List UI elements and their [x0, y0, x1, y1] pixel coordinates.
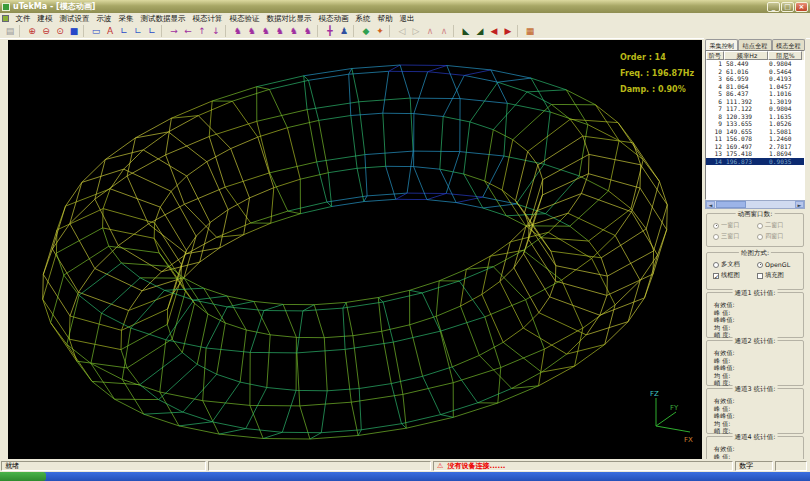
app-icon: [2, 3, 10, 11]
exit-anim-icon[interactable]: ▦: [524, 25, 537, 38]
move-model-icon[interactable]: ╋: [324, 25, 337, 38]
surface-plot-icon[interactable]: ∟: [146, 25, 159, 38]
anim-window-option[interactable]: 二窗口: [757, 221, 801, 230]
anim-window-option[interactable]: 三窗口: [713, 232, 757, 241]
anim-mode-5-icon[interactable]: ♞: [288, 25, 301, 38]
node-plot-icon[interactable]: ∟: [118, 25, 131, 38]
menu-item-8[interactable]: 模态验证: [226, 14, 263, 24]
mode-table-body: 158.4490.9804261.0160.5464366.9590.41934…: [706, 60, 804, 165]
mode-table-header-row: 阶号频率Hz阻尼%: [706, 51, 804, 60]
close-button[interactable]: ×: [795, 2, 808, 12]
mode-table-row[interactable]: 12169.4972.7817: [706, 143, 804, 151]
scroll-left-icon[interactable]: ◄: [706, 201, 715, 208]
menu-item-11[interactable]: 系统: [352, 14, 374, 24]
mode-table-row[interactable]: 6111.3921.3019: [706, 98, 804, 106]
radio-icon: [713, 223, 719, 229]
window-title: uTekMa - [模态动画]: [13, 1, 95, 12]
draw-style-option[interactable]: ✓线框图: [713, 271, 757, 280]
anim-window-option[interactable]: 四窗口: [757, 232, 801, 241]
anim-mode-3-icon[interactable]: ♞: [260, 25, 273, 38]
pick-node-icon[interactable]: ♟: [338, 25, 351, 38]
tab-3[interactable]: 模态全程: [772, 39, 805, 50]
pan-down-icon[interactable]: ↓: [210, 25, 223, 38]
anim-mode-6-icon[interactable]: ♞: [302, 25, 315, 38]
mode-table-hscrollbar[interactable]: ◄ ►: [705, 200, 805, 209]
stat-label: 均 值:: [709, 372, 801, 380]
toolbar-separator: [453, 25, 457, 37]
menu-item-10[interactable]: 模态动画: [315, 14, 352, 24]
anim-window-option[interactable]: 一窗口: [713, 221, 757, 230]
scrollbar-thumb[interactable]: [716, 201, 746, 208]
zoom-out-icon[interactable]: ⊖: [40, 25, 53, 38]
mode-table-row[interactable]: 7117.1220.9804: [706, 105, 804, 113]
flip-up-icon[interactable]: ∧: [424, 25, 437, 38]
step-back-icon[interactable]: ◣: [460, 25, 473, 38]
mode-table-row[interactable]: 11156.0781.2460: [706, 135, 804, 143]
mode-table-row[interactable]: 9133.6551.0526: [706, 120, 804, 128]
compass-icon[interactable]: ✦: [374, 25, 387, 38]
anim-mode-4-icon[interactable]: ♞: [274, 25, 287, 38]
mode-table-row[interactable]: 261.0160.5464: [706, 68, 804, 76]
control-panel: 采集控制结点全程模态全程 阶号频率Hz阻尼% 158.4490.9804261.…: [704, 38, 806, 459]
scroll-right-icon[interactable]: ►: [795, 201, 804, 208]
menu-item-4[interactable]: 示波: [93, 14, 115, 24]
mode-table-row[interactable]: 158.4490.9804: [706, 60, 804, 68]
mode-table-row[interactable]: 586.4371.1016: [706, 90, 804, 98]
mode-table[interactable]: 阶号频率Hz阻尼% 158.4490.9804261.0160.5464366.…: [705, 50, 805, 200]
title-bar: uTekMa - [模态动画] _□×: [0, 0, 810, 13]
checkbox-icon: [757, 273, 763, 279]
menu-item-12[interactable]: 帮助: [374, 14, 396, 24]
menu-item-6[interactable]: 测试数据显示: [137, 14, 189, 24]
toolbar-separator: [389, 25, 393, 37]
stat-label: 有效值:: [709, 397, 801, 405]
scrollbar-track[interactable]: [746, 201, 795, 208]
tab-2[interactable]: 结点全程: [738, 39, 771, 50]
pan-left-icon[interactable]: ←: [182, 25, 195, 38]
pan-right-icon[interactable]: →: [168, 25, 181, 38]
menu-item-7[interactable]: 模态计算: [189, 14, 226, 24]
play-forward-icon[interactable]: ▶: [502, 25, 515, 38]
step-forward-icon[interactable]: ◢: [474, 25, 487, 38]
minimize-button[interactable]: _: [767, 2, 780, 12]
mode-table-row[interactable]: 13175.4181.8694: [706, 150, 804, 158]
mode-table-row[interactable]: 8120.3391.1635: [706, 113, 804, 121]
draw-mode-option[interactable]: 多文档: [713, 260, 757, 269]
play-back-icon[interactable]: ◀: [488, 25, 501, 38]
menu-item-3[interactable]: 测试设置: [56, 14, 93, 24]
start-button-fragment[interactable]: [0, 472, 46, 481]
pan-up-icon[interactable]: ↑: [196, 25, 209, 38]
zoom-in-icon[interactable]: ⊕: [26, 25, 39, 38]
menu-item-1[interactable]: 文件: [12, 14, 34, 24]
render-icon[interactable]: ◆: [360, 25, 373, 38]
anim-mode-2-icon[interactable]: ♞: [246, 25, 259, 38]
mode-table-row[interactable]: 10149.6551.5081: [706, 128, 804, 136]
zoom-window-icon[interactable]: ⊙: [54, 25, 67, 38]
mode-table-row[interactable]: 14196.8730.9035: [706, 158, 804, 166]
menu-item-5[interactable]: 采集: [115, 14, 137, 24]
3d-viewport[interactable]: Order : 14 Freq. : 196.87Hz Damp. : 0.90…: [8, 40, 702, 459]
rotate-left-icon[interactable]: ◁: [396, 25, 409, 38]
fit-view-icon[interactable]: ■: [68, 25, 81, 38]
menu-item-13[interactable]: 退出: [396, 14, 418, 24]
stat-label: 均 值:: [709, 324, 801, 332]
menu-item-2[interactable]: 建模: [34, 14, 56, 24]
line-plot-icon[interactable]: ∟: [132, 25, 145, 38]
flip-down-icon[interactable]: ∧: [438, 25, 451, 38]
mode-readout: Order : 14 Freq. : 196.87Hz Damp. : 0.90…: [620, 50, 694, 98]
model-view-icon[interactable]: ▭: [90, 25, 103, 38]
mode-table-header: 阻尼%: [768, 51, 802, 60]
anim-windows-title: 动画窗口数:: [736, 210, 775, 219]
text-label-icon[interactable]: A: [104, 25, 117, 38]
save-icon[interactable]: ▤: [4, 25, 17, 38]
mode-table-row[interactable]: 481.0641.0457: [706, 83, 804, 91]
radio-icon: [757, 223, 763, 229]
draw-style-option[interactable]: 填充图: [757, 271, 801, 280]
stat-label: 均 值:: [709, 420, 801, 428]
rotate-right-icon[interactable]: ▷: [410, 25, 423, 38]
anim-mode-1-icon[interactable]: ♞: [232, 25, 245, 38]
mode-table-row[interactable]: 366.9590.4193: [706, 75, 804, 83]
menu-item-9[interactable]: 数据对比显示: [263, 14, 315, 24]
restore-button[interactable]: □: [781, 2, 794, 12]
tab-1[interactable]: 采集控制: [705, 39, 738, 50]
draw-mode-option[interactable]: OpenGL: [757, 260, 801, 269]
